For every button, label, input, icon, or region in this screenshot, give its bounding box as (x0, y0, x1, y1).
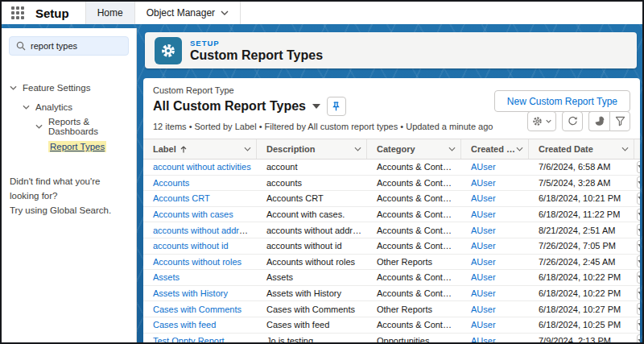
row-label-link[interactable]: Assets with History (153, 288, 228, 298)
column-header-actions (634, 139, 640, 159)
row-category: Accounts & Contacts (367, 209, 461, 219)
list-view-selector[interactable]: All Custom Report Types (153, 99, 320, 114)
row-description: Cases with feed (257, 320, 367, 329)
quick-find-box[interactable] (9, 36, 129, 56)
column-menu-icon[interactable] (448, 147, 456, 151)
row-description: Accounts CRT (257, 193, 367, 203)
row-label-link[interactable]: Accounts CRT (153, 193, 210, 203)
new-custom-report-type-button[interactable]: New Custom Report Type (494, 90, 630, 112)
row-created-date: 7/26/2024, 2:45 AM (529, 257, 634, 267)
tree-item-analytics[interactable]: Analytics (2, 97, 136, 117)
row-description: Jo is testing (257, 336, 367, 344)
row-description: Assets (257, 272, 367, 282)
row-created-by-link[interactable]: AUser (471, 209, 496, 219)
filter-icon (615, 116, 625, 126)
row-created-by-link[interactable]: AUser (471, 257, 496, 267)
chevron-down-icon (638, 244, 640, 247)
column-menu-icon[interactable] (621, 147, 629, 151)
table-header-row: Label Description (143, 139, 640, 160)
row-category: Accounts & Contacts (367, 320, 461, 329)
chevron-down-icon (638, 292, 640, 295)
row-created-by-link[interactable]: AUser (471, 320, 496, 329)
tree-item-reports-dashboards[interactable]: Reports & Dashboards (2, 117, 136, 136)
row-actions-button[interactable] (637, 303, 640, 315)
row-actions-button[interactable] (637, 240, 640, 252)
row-label-link[interactable]: accounts without address (153, 226, 253, 235)
row-actions-button[interactable] (637, 334, 640, 344)
chevron-down-icon (10, 85, 17, 90)
row-label-link[interactable]: Accounts (153, 178, 189, 188)
row-category: Accounts & Contacts (367, 288, 461, 298)
tab-object-manager[interactable]: Object Manager (135, 2, 241, 24)
row-label-link[interactable]: Cases with Comments (153, 305, 242, 314)
column-menu-icon[interactable] (244, 147, 251, 151)
column-header[interactable]: Description (257, 139, 367, 159)
row-actions-button[interactable] (637, 271, 640, 284)
chevron-down-icon (312, 104, 320, 109)
row-created-date: 6/18/2024, 11:22 PM (529, 209, 634, 219)
row-label-link[interactable]: Cases with feed (153, 320, 216, 329)
column-header[interactable]: Created Date (529, 139, 634, 159)
column-header[interactable]: Created By ... (461, 139, 529, 159)
row-created-by-link[interactable]: AUser (471, 178, 496, 188)
row-actions-button[interactable] (637, 224, 640, 236)
row-label-link[interactable]: Accounts with cases (153, 209, 233, 219)
row-label-link[interactable]: account without activities (153, 162, 251, 172)
table-row: accounts without id accounts without id … (143, 238, 640, 255)
row-label-link[interactable]: Assets (153, 272, 180, 282)
chevron-down-icon (23, 105, 30, 110)
list-settings-button[interactable] (527, 111, 556, 131)
row-description: account (257, 162, 367, 172)
row-actions-button[interactable] (637, 255, 640, 267)
row-created-date: 7/6/2024, 6:58 AM (529, 162, 634, 172)
row-created-by-link[interactable]: AUser (471, 241, 496, 251)
row-created-date: 6/18/2024, 10:21 PM (529, 193, 634, 203)
chart-icon (594, 116, 605, 126)
row-actions-button[interactable] (637, 161, 640, 173)
tree-item-report-types: Report Types (2, 136, 136, 157)
row-description: Cases with Comments (257, 305, 367, 314)
row-actions-button[interactable] (637, 193, 640, 205)
report-types-link[interactable]: Report Types (48, 141, 106, 152)
row-label-link[interactable]: Test Oppty Report (153, 336, 225, 344)
column-menu-icon[interactable] (354, 147, 361, 151)
refresh-button[interactable] (562, 111, 583, 131)
pin-list-button[interactable] (327, 97, 346, 116)
column-header[interactable]: Label (143, 139, 257, 159)
row-created-by-link[interactable]: AUser (471, 162, 496, 172)
row-category: Opportunities (367, 336, 461, 344)
row-created-by-link[interactable]: AUser (471, 226, 496, 235)
chevron-down-icon (638, 165, 640, 168)
row-category: Accounts & Contacts (367, 241, 461, 251)
global-header: Setup Home Object Manager (2, 2, 642, 24)
quick-find-input[interactable] (31, 41, 119, 51)
row-created-date: 7/26/2024, 7:05 PM (529, 241, 634, 251)
chevron-down-icon (638, 197, 640, 200)
row-label-link[interactable]: accounts without id (153, 241, 229, 251)
row-description: accounts without address (257, 226, 367, 235)
row-actions-button[interactable] (637, 288, 640, 300)
row-created-date: 6/18/2024, 10:25 PM (529, 320, 634, 329)
row-created-by-link[interactable]: AUser (471, 305, 496, 314)
row-created-by-link[interactable]: AUser (471, 272, 496, 282)
row-description: Accounts without roles (257, 257, 367, 267)
tree-item-feature-settings[interactable]: Feature Settings (2, 78, 136, 97)
row-actions-button[interactable] (637, 319, 640, 331)
row-label-link[interactable]: Accounts without roles (153, 257, 242, 267)
row-actions-button[interactable] (637, 209, 640, 221)
row-actions-button[interactable] (637, 176, 640, 189)
table-row: accounts without address accounts withou… (143, 222, 640, 238)
row-created-date: 6/18/2024, 10:27 PM (529, 305, 634, 314)
column-header[interactable]: Category (367, 139, 461, 159)
charts-button[interactable] (588, 111, 609, 131)
row-created-by-link[interactable]: AUser (471, 193, 496, 203)
row-category: Accounts & Contacts (367, 272, 461, 282)
row-created-date: 8/21/2024, 2:51 AM (529, 226, 634, 235)
row-created-by-link[interactable]: AUser (471, 288, 496, 298)
filter-button[interactable] (609, 111, 630, 131)
tab-home[interactable]: Home (85, 2, 135, 24)
row-created-by-link[interactable]: AUser (471, 336, 496, 344)
row-description: Assets with History (257, 288, 367, 298)
column-menu-icon[interactable] (516, 147, 523, 151)
app-launcher-icon[interactable] (11, 6, 24, 19)
